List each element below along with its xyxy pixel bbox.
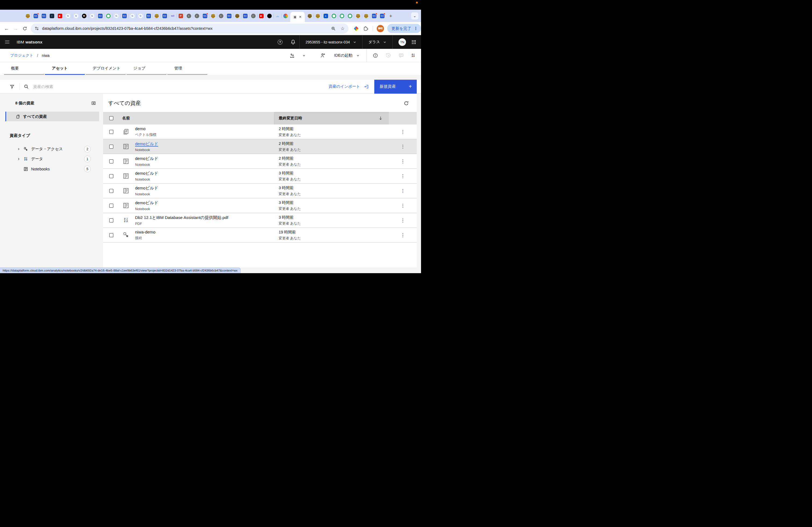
comments-button[interactable]	[395, 53, 408, 58]
project-tab[interactable]: アセット	[45, 62, 85, 75]
browser-tab[interactable]	[281, 10, 289, 22]
browser-tab[interactable]	[233, 10, 241, 22]
row-overflow-menu-button[interactable]: ⋮	[401, 204, 405, 208]
row-overflow-menu-button[interactable]: ⋮	[401, 189, 405, 193]
browser-tab[interactable]	[354, 10, 362, 22]
filter-button[interactable]	[10, 84, 14, 89]
browser-tab[interactable]	[265, 10, 273, 22]
browser-tab[interactable]: ▸	[322, 10, 330, 22]
project-tab[interactable]: 概要	[4, 62, 44, 75]
bookmark-star-icon[interactable]: ☆	[340, 26, 345, 31]
row-overflow-menu-button[interactable]: ⋮	[401, 218, 405, 223]
help-button[interactable]: ?	[274, 35, 287, 49]
table-row[interactable]: demo ベクトル指標 2 時間前 変更者 あなた ⋮	[103, 124, 417, 139]
column-header-modified[interactable]: 最終変更日時	[274, 112, 389, 124]
active-browser-tab[interactable]: ▣ ✕	[290, 12, 305, 22]
extensions-puzzle-icon[interactable]	[364, 26, 368, 31]
asset-name-link[interactable]: demoビルド	[135, 141, 158, 147]
import-assets-link[interactable]: 資産のインポート	[329, 84, 369, 89]
reload-button[interactable]	[20, 26, 29, 31]
table-row[interactable]: 0100 Db2 12.1とIBM Database Assistantの提供開…	[103, 213, 417, 228]
row-overflow-menu-button[interactable]: ⋮	[401, 130, 405, 134]
browser-tab[interactable]	[346, 10, 354, 22]
browser-tab[interactable]: ▶	[257, 10, 265, 22]
browser-tab[interactable]: G	[136, 10, 144, 22]
import-export-chevron[interactable]	[299, 54, 309, 57]
table-row[interactable]: demoビルド Notebook 3 時間前 変更者 あなた ⋮	[103, 183, 417, 198]
browser-tab[interactable]: M	[80, 10, 88, 22]
browser-profile-avatar[interactable]: 輝明	[377, 25, 384, 32]
chevron-right-icon[interactable]	[17, 157, 20, 161]
row-checkbox[interactable]	[109, 189, 113, 193]
tab-search-button[interactable]: ⌄	[411, 12, 418, 19]
browser-tab[interactable]: ☁	[273, 10, 281, 22]
asset-name[interactable]: demoビルド	[135, 156, 274, 162]
table-row[interactable]: demoビルド Notebook 2 時間前 変更者 あなた ⋮	[103, 139, 417, 154]
url-text[interactable]: dataplatform.cloud.ibm.com/projects/832d…	[42, 26, 328, 31]
asset-name[interactable]: demoビルド	[135, 185, 274, 191]
browser-tab[interactable]	[104, 10, 112, 22]
row-checkbox[interactable]	[109, 145, 113, 149]
browser-tab[interactable]: box	[120, 10, 128, 22]
browser-tab[interactable]: G	[112, 10, 120, 22]
browser-tab[interactable]: ◐	[193, 10, 201, 22]
browser-tab[interactable]: box	[241, 10, 249, 22]
asset-search-input[interactable]	[33, 84, 184, 89]
chrome-update-button[interactable]: 更新を完了 ⋮	[387, 24, 421, 33]
asset-name[interactable]: Db2 12.1とIBM Database Assistantの提供開始.pdf	[135, 215, 274, 221]
browser-tab[interactable]: box	[144, 10, 153, 22]
sidebar-item-all-assets[interactable]: すべての資産	[5, 111, 99, 121]
browser-tab[interactable]: ▶	[56, 10, 64, 22]
zoom-icon[interactable]	[331, 26, 336, 31]
browser-tab[interactable]: ◐	[217, 10, 225, 22]
back-button[interactable]: ←	[2, 26, 11, 31]
browser-tab[interactable]	[153, 10, 161, 22]
refresh-button[interactable]	[404, 101, 409, 106]
row-checkbox[interactable]	[109, 174, 113, 178]
close-tab-icon[interactable]: ✕	[299, 15, 302, 18]
app-switcher-icon[interactable]	[412, 40, 416, 44]
browser-tab[interactable]: box	[370, 10, 378, 22]
table-row[interactable]: demoビルド Notebook 3 時間前 変更者 あなた ⋮	[103, 169, 417, 183]
browser-tab[interactable]: ◐	[249, 10, 257, 22]
extension-diamond-icon[interactable]	[354, 26, 359, 31]
history-button[interactable]	[382, 53, 395, 58]
browser-tab[interactable]: box	[201, 10, 209, 22]
site-settings-icon[interactable]	[35, 26, 39, 31]
row-overflow-menu-button[interactable]: ⋮	[401, 159, 405, 164]
asset-type-item[interactable]: データ・アクセス 2	[5, 144, 99, 154]
browser-tab[interactable]	[362, 10, 370, 22]
asset-name[interactable]: niwa-demo	[135, 230, 274, 235]
notifications-button[interactable]	[287, 35, 300, 49]
account-selector[interactable]: 2953655 - itz-watsonx-034	[300, 35, 362, 49]
breadcrumb-projects-link[interactable]: プロジェクト	[10, 53, 33, 58]
browser-tab[interactable]	[330, 10, 338, 22]
row-checkbox[interactable]	[109, 130, 113, 134]
browser-tab[interactable]: box	[225, 10, 233, 22]
asset-name[interactable]: demoビルド	[135, 171, 274, 176]
asset-name[interactable]: demoビルド	[135, 200, 274, 206]
user-avatar[interactable]: TN	[398, 39, 406, 46]
browser-tab[interactable]: G	[88, 10, 96, 22]
select-all-checkbox[interactable]	[109, 116, 113, 120]
new-asset-button[interactable]: 新規資産 +	[374, 80, 417, 94]
collapse-panel-button[interactable]	[91, 101, 96, 105]
url-bar[interactable]: dataplatform.cloud.ibm.com/projects/832d…	[31, 24, 349, 33]
table-row[interactable]: demoビルド Notebook 2 時間前 変更者 あなた ⋮	[103, 154, 417, 169]
browser-tab[interactable]: G	[72, 10, 80, 22]
launch-ide-button[interactable]: IDEの起動	[330, 53, 364, 58]
asset-name[interactable]: demo	[135, 126, 274, 131]
new-tab-button[interactable]: +	[387, 13, 395, 18]
browser-tab[interactable]	[338, 10, 346, 22]
import-export-button[interactable]	[286, 53, 299, 58]
browser-tab[interactable]: P	[177, 10, 185, 22]
browser-tab[interactable]	[24, 10, 32, 22]
region-selector[interactable]: ダラス	[362, 35, 392, 49]
browser-tab[interactable]: G	[64, 10, 72, 22]
row-checkbox[interactable]	[109, 219, 113, 223]
browser-tab[interactable]: box	[40, 10, 48, 22]
browser-menu-icon[interactable]: ⋮	[414, 26, 418, 31]
row-overflow-menu-button[interactable]: ⋮	[401, 233, 405, 238]
browser-tab[interactable]	[306, 10, 314, 22]
info-panel-button[interactable]	[369, 53, 382, 58]
